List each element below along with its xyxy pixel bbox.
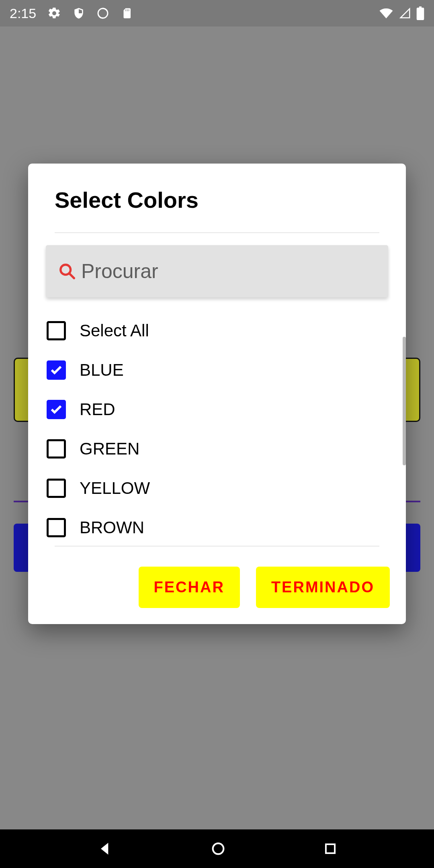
recents-button[interactable]	[323, 841, 338, 856]
dialog-overlay[interactable]: Select Colors Select All BLUE	[0, 0, 434, 868]
select-all-label: Select All	[80, 321, 149, 340]
close-button[interactable]: FECHAR	[139, 567, 240, 608]
item-label: GREEN	[80, 439, 139, 459]
svg-line-2	[70, 274, 74, 278]
checkbox-yellow[interactable]	[47, 479, 66, 498]
list-item[interactable]: YELLOW	[45, 469, 389, 508]
item-label: BLUE	[80, 360, 124, 380]
checkbox-green[interactable]	[47, 439, 66, 459]
item-label: YELLOW	[80, 479, 150, 498]
list-item[interactable]: BROWN	[45, 508, 389, 547]
checkbox-blue[interactable]	[47, 360, 66, 380]
item-label: RED	[80, 400, 115, 419]
search-box[interactable]	[46, 245, 388, 297]
checkbox-select-all[interactable]	[47, 321, 66, 340]
scrollbar[interactable]	[403, 337, 406, 465]
android-nav-bar	[0, 829, 434, 868]
dialog-actions: FECHAR TERMINADO	[28, 547, 406, 608]
select-colors-dialog: Select Colors Select All BLUE	[28, 164, 406, 624]
dialog-title: Select Colors	[28, 187, 406, 232]
list-item[interactable]: GREEN	[45, 429, 389, 469]
item-label: BROWN	[80, 518, 144, 537]
home-button[interactable]	[210, 841, 226, 857]
done-button[interactable]: TERMINADO	[256, 567, 390, 608]
svg-point-3	[213, 843, 224, 854]
divider	[55, 232, 379, 233]
color-list[interactable]: Select All BLUE RED GREEN	[28, 307, 406, 532]
search-icon	[53, 262, 81, 280]
checkbox-brown[interactable]	[47, 518, 66, 537]
svg-rect-4	[326, 844, 334, 853]
back-button[interactable]	[96, 840, 114, 858]
search-input[interactable]	[81, 260, 381, 283]
list-item[interactable]: RED	[45, 390, 389, 429]
list-item[interactable]: BLUE	[45, 350, 389, 390]
select-all-row[interactable]: Select All	[45, 311, 389, 350]
checkbox-red[interactable]	[47, 400, 66, 419]
